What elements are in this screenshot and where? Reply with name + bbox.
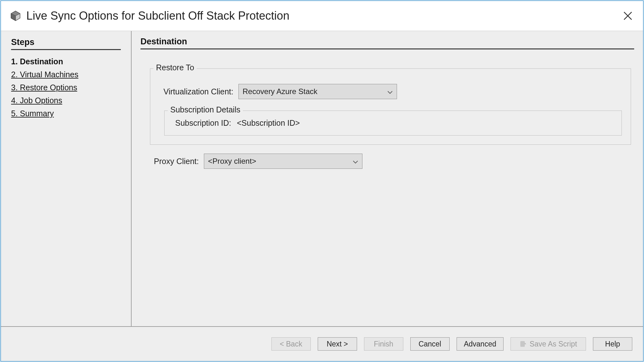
virt-client-value: Recovery Azure Stack: [243, 87, 317, 96]
titlebar: Live Sync Options for Subclient Off Stac…: [1, 1, 643, 31]
back-button[interactable]: < Back: [271, 337, 311, 351]
app-icon: [10, 10, 21, 22]
step-restore-options[interactable]: 3. Restore Options: [11, 83, 121, 92]
restore-to-fieldset: Restore To Virtualization Client: Recove…: [150, 68, 631, 145]
proxy-client-dropdown[interactable]: <Proxy client>: [204, 154, 362, 169]
proxy-client-row: Proxy Client: <Proxy client>: [150, 154, 634, 169]
subscription-id-label: Subscription ID:: [173, 118, 237, 128]
script-icon: [519, 340, 527, 348]
virt-client-row: Virtualization Client: Recovery Azure St…: [159, 84, 622, 99]
cancel-button[interactable]: Cancel: [410, 337, 450, 351]
window-title: Live Sync Options for Subclient Off Stac…: [26, 9, 621, 22]
advanced-button[interactable]: Advanced: [457, 337, 504, 351]
proxy-client-value: <Proxy client>: [208, 157, 256, 166]
close-button[interactable]: [621, 10, 634, 22]
chevron-down-icon: [353, 157, 358, 166]
help-button[interactable]: Help: [593, 337, 632, 351]
finish-button[interactable]: Finish: [364, 337, 403, 351]
chevron-down-icon: [387, 87, 393, 96]
proxy-client-label: Proxy Client:: [150, 157, 204, 166]
subscription-id-value: <Subscription ID>: [237, 118, 300, 128]
save-as-script-button[interactable]: Save As Script: [511, 337, 586, 351]
close-icon: [623, 11, 633, 21]
subscription-id-row: Subscription ID: <Subscription ID>: [173, 118, 613, 128]
save-as-script-label: Save As Script: [530, 340, 577, 348]
step-destination[interactable]: 1. Destination: [11, 57, 121, 66]
step-job-options[interactable]: 4. Job Options: [11, 96, 121, 105]
virt-client-label: Virtualization Client:: [159, 87, 238, 96]
dialog-window: Live Sync Options for Subclient Off Stac…: [0, 0, 644, 362]
step-virtual-machines[interactable]: 2. Virtual Machines: [11, 70, 121, 79]
page-title: Destination: [140, 37, 634, 49]
virt-client-dropdown[interactable]: Recovery Azure Stack: [238, 84, 397, 99]
steps-sidebar: Steps 1. Destination 2. Virtual Machines…: [1, 31, 132, 326]
subscription-details-fieldset: Subscription Details Subscription ID: <S…: [164, 111, 622, 136]
restore-to-legend: Restore To: [153, 63, 197, 72]
step-summary[interactable]: 5. Summary: [11, 109, 121, 118]
svg-rect-6: [520, 341, 525, 347]
body-area: Steps 1. Destination 2. Virtual Machines…: [1, 31, 643, 326]
subscription-details-legend: Subscription Details: [168, 105, 243, 114]
steps-heading: Steps: [11, 37, 121, 50]
main-panel: Destination Restore To Virtualization Cl…: [132, 31, 643, 326]
footer-buttons: < Back Next > Finish Cancel Advanced Sav…: [1, 326, 643, 361]
next-button[interactable]: Next >: [318, 337, 357, 351]
svg-marker-7: [525, 343, 526, 344]
